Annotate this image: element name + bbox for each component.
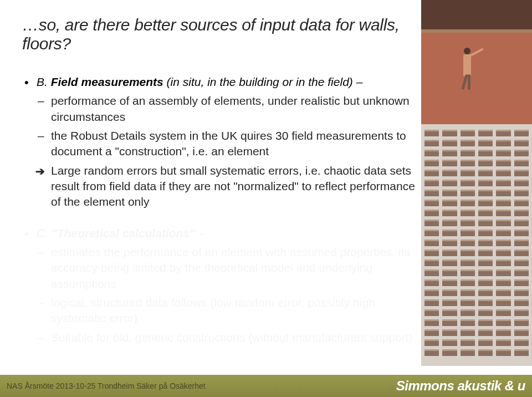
bullet-b-lead-rest: (in situ, in the building or in the fiel…: [163, 75, 363, 88]
footer-left-text: NAS Årsmöte 2013-10-25 Trondheim Säker p…: [7, 381, 206, 390]
slide-content: …so, are there better sources of input d…: [0, 0, 427, 366]
slide-title: …so, are there better sources of input d…: [22, 16, 427, 53]
building-facade: [421, 124, 532, 366]
side-photo: [421, 0, 532, 366]
slide: …so, are there better sources of input d…: [0, 0, 532, 397]
bullet-c: C. "Theoretical calculations" – estimate…: [22, 226, 427, 345]
bullet-c-sub-3: Suitable for old, generic constructions …: [37, 330, 427, 345]
bullet-b-marker: B.: [37, 75, 48, 88]
bullet-b-sub-3: ➔ Large random errors but small systemat…: [37, 163, 427, 210]
footer-right-text: Simmons akustik & u: [396, 378, 525, 394]
bullet-c-sublist: estimates the performance of an element …: [37, 245, 427, 345]
bullet-c-lead-rest: –: [195, 227, 205, 240]
bullet-c-sub-2: logical, structured data follows (low ra…: [37, 295, 427, 327]
bullet-b: B. Field measurements (in situ, in the b…: [22, 74, 427, 210]
footer-bar: NAS Årsmöte 2013-10-25 Trondheim Säker p…: [0, 375, 532, 397]
bullet-b-sub-3-text: Large random errors but small systematic…: [51, 164, 415, 208]
bullet-b-lead-emph: Field measurements: [51, 75, 163, 88]
bullet-list: B. Field measurements (in situ, in the b…: [22, 74, 427, 345]
bullet-c-marker: C.: [37, 227, 48, 240]
bullet-b-sublist: performance of an assembly of elements, …: [37, 93, 427, 210]
bullet-c-sub-1: estimates the performance of an element …: [37, 245, 427, 292]
arrow-icon: ➔: [35, 164, 45, 179]
bullet-c-lead-emph: "Theoretical calculations": [52, 227, 195, 240]
bullet-b-sub-2: the Robust Details system in the UK quir…: [37, 128, 427, 160]
person-figure: [461, 44, 479, 89]
bullet-b-sub-1: performance of an assembly of elements, …: [37, 93, 427, 125]
